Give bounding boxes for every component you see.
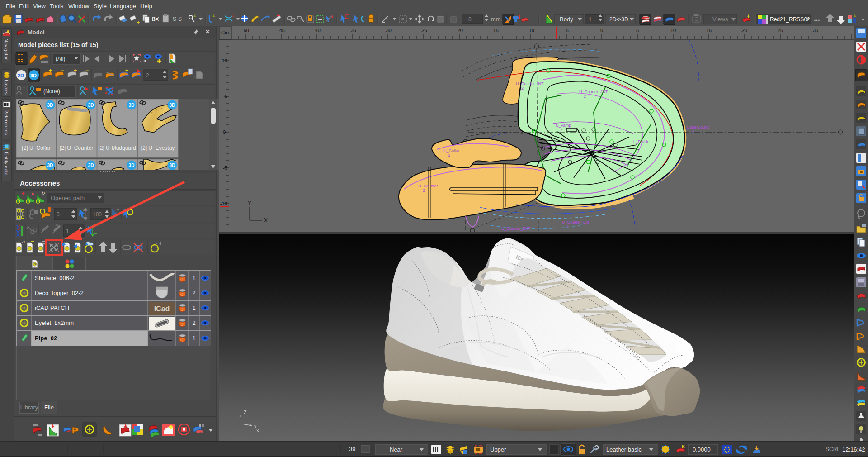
- svg-text:(None): (None): [43, 88, 60, 95]
- svg-text:Leather basic: Leather basic: [606, 446, 642, 453]
- svg-text:+: +: [854, 13, 856, 19]
- svg-text:8<: 8<: [152, 15, 159, 23]
- svg-text:3D: 3D: [170, 163, 175, 168]
- svg-text:Cm.: Cm.: [221, 30, 230, 35]
- svg-text:+: +: [49, 67, 52, 74]
- svg-text:-50: -50: [242, 28, 249, 33]
- svg-text:Upper: Upper: [490, 446, 506, 453]
- svg-text:5: 5: [225, 94, 227, 99]
- svg-text:+: +: [747, 13, 750, 19]
- svg-text:3D: 3D: [88, 103, 94, 108]
- svg-text:-45: -45: [278, 28, 285, 33]
- svg-text:-10: -10: [220, 201, 227, 206]
- svg-text:1: 1: [192, 335, 195, 342]
- svg-text:…: …: [814, 15, 820, 22]
- svg-text:1: 1: [589, 16, 592, 23]
- svg-text:-5: -5: [564, 28, 569, 33]
- svg-text:(All): (All): [56, 56, 65, 62]
- svg-text:Deco_topper_02-2: Deco_topper_02-2: [35, 290, 84, 296]
- svg-text:Sholace_006-2: Sholace_006-2: [35, 275, 74, 281]
- svg-text:2D->3D: 2D->3D: [609, 16, 628, 23]
- svg-text:5: 5: [636, 28, 639, 33]
- svg-text:-40: -40: [313, 28, 321, 33]
- svg-text:2: 2: [584, 94, 586, 99]
- svg-text:Eyelet_8x2mm: Eyelet_8x2mm: [35, 319, 74, 326]
- svg-text:0: 0: [600, 28, 603, 33]
- svg-text:+: +: [125, 67, 128, 74]
- svg-text:SCRL: SCRL: [826, 446, 840, 452]
- svg-text:U_Vamp: U_Vamp: [556, 123, 571, 128]
- svg-text:2: 2: [692, 129, 694, 134]
- svg-text:Opened path: Opened path: [51, 195, 85, 201]
- svg-text:[2] U_Eyestay: [2] U_Eyestay: [141, 145, 175, 151]
- svg-text:0: 0: [57, 211, 60, 218]
- svg-text:3D: 3D: [30, 73, 37, 78]
- svg-text:Red21_RRSS02: Red21_RRSS02: [770, 16, 810, 23]
- svg-text:-25: -25: [420, 28, 427, 33]
- svg-text:12:16:42: 12:16:42: [842, 446, 865, 453]
- svg-text:+: +: [22, 190, 24, 196]
- svg-text:iCAD PATCH: iCAD PATCH: [35, 305, 69, 311]
- svg-text:39: 39: [349, 446, 355, 452]
- svg-text:U_Quarter_JNT: U_Quarter_JNT: [579, 90, 608, 94]
- svg-text:3D: 3D: [129, 103, 135, 108]
- svg-text:−: −: [85, 67, 89, 74]
- svg-text:S: S: [682, 444, 685, 449]
- svg-text:3D: 3D: [170, 103, 175, 108]
- svg-text:-35: -35: [349, 28, 356, 33]
- svg-text:0: 0: [223, 129, 226, 135]
- svg-text:x2: x2: [21, 240, 25, 244]
- svg-text:2: 2: [192, 319, 195, 326]
- svg-text:Views: Views: [712, 16, 728, 23]
- svg-text:25: 25: [778, 28, 783, 33]
- svg-text:Y: Y: [248, 200, 251, 206]
- svg-text:2: 2: [192, 290, 195, 296]
- svg-text:3D: 3D: [47, 103, 53, 108]
- svg-text:-5: -5: [223, 165, 227, 171]
- svg-text:2: 2: [146, 72, 149, 79]
- svg-text:1: 1: [66, 228, 69, 234]
- svg-text:ICad: ICad: [154, 305, 170, 313]
- svg-text:Near: Near: [390, 446, 403, 453]
- svg-text:2: 2: [423, 188, 425, 193]
- svg-text:+: +: [231, 13, 234, 19]
- svg-text:10: 10: [222, 58, 227, 63]
- svg-text:10: 10: [670, 28, 676, 33]
- svg-text:-15: -15: [491, 28, 499, 33]
- svg-text:+: +: [212, 13, 215, 19]
- svg-text:1: 1: [192, 305, 195, 311]
- svg-text:S-S: S-S: [173, 16, 182, 22]
- svg-text:2: 2: [566, 224, 569, 229]
- svg-text:U_Collar: U_Collar: [443, 148, 459, 153]
- svg-text:U_Quarter_INT: U_Quarter_INT: [516, 81, 544, 86]
- svg-text:1: 1: [192, 275, 195, 281]
- svg-text:3D: 3D: [88, 163, 94, 168]
- svg-text:-20: -20: [456, 28, 463, 33]
- svg-text:U_Quarter_Ext: U_Quarter_Ext: [562, 220, 590, 224]
- svg-text:-10: -10: [527, 28, 534, 33]
- svg-text:+: +: [117, 207, 119, 212]
- svg-text:+: +: [193, 13, 196, 19]
- svg-text:L_Profile: L_Profile: [633, 139, 650, 144]
- svg-text:3D: 3D: [129, 163, 135, 168]
- svg-text:-30: -30: [384, 28, 392, 33]
- svg-text:3D: 3D: [47, 163, 53, 168]
- svg-text:2D: 2D: [18, 73, 24, 78]
- svg-text:+: +: [331, 14, 334, 19]
- svg-text:Pipe_02: Pipe_02: [35, 335, 57, 342]
- svg-text:U_Counter: U_Counter: [418, 184, 438, 188]
- svg-text:Body: Body: [560, 16, 573, 23]
- svg-text:↻: ↻: [42, 191, 45, 195]
- svg-text:Z: Z: [244, 409, 247, 415]
- svg-text:UpperBound: UpperBound: [687, 125, 710, 129]
- svg-text:[2] U_Collar: [2] U_Collar: [22, 145, 50, 151]
- svg-text:+: +: [23, 85, 25, 90]
- svg-text:15: 15: [706, 28, 712, 33]
- svg-text:2: 2: [521, 86, 524, 90]
- svg-text:+: +: [277, 13, 280, 19]
- svg-text:2: 2: [448, 153, 450, 157]
- svg-text:+: +: [74, 67, 77, 74]
- svg-text:+: +: [137, 20, 140, 25]
- svg-text:100: 100: [93, 211, 102, 218]
- svg-text:20: 20: [742, 28, 747, 33]
